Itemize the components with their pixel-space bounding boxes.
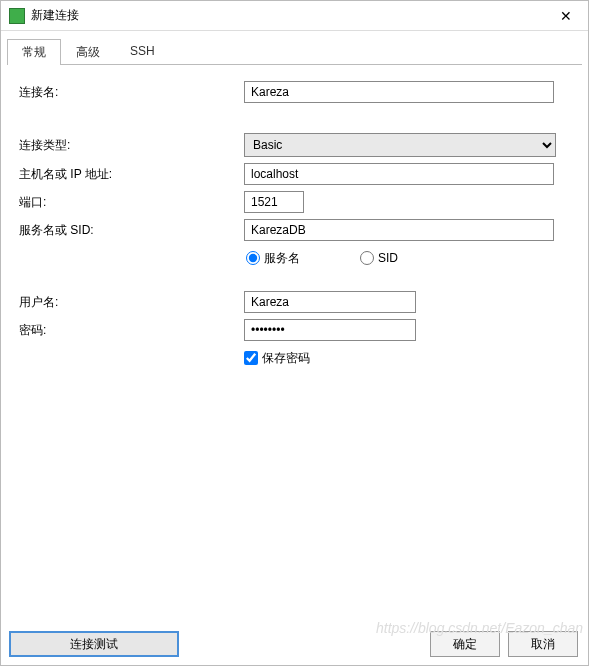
radio-sid-input[interactable]	[360, 251, 374, 265]
input-conn-name[interactable]	[244, 81, 554, 103]
radio-service[interactable]: 服务名	[246, 250, 300, 267]
tab-ssh[interactable]: SSH	[115, 39, 170, 65]
label-service-sid: 服务名或 SID:	[19, 222, 244, 239]
cancel-button[interactable]: 取消	[508, 631, 578, 657]
app-icon	[9, 8, 25, 24]
titlebar: 新建连接 ✕	[1, 1, 588, 31]
window-title: 新建连接	[31, 7, 544, 24]
close-icon[interactable]: ✕	[544, 1, 588, 31]
label-port: 端口:	[19, 194, 244, 211]
ok-button[interactable]: 确定	[430, 631, 500, 657]
checkbox-save-password-label: 保存密码	[262, 350, 310, 367]
tab-advanced[interactable]: 高级	[61, 39, 115, 65]
label-conn-type: 连接类型:	[19, 137, 244, 154]
label-password: 密码:	[19, 322, 244, 339]
radio-sid[interactable]: SID	[360, 251, 398, 265]
input-service-sid[interactable]	[244, 219, 554, 241]
checkbox-save-password-input[interactable]	[244, 351, 258, 365]
input-password[interactable]	[244, 319, 416, 341]
label-host: 主机名或 IP 地址:	[19, 166, 244, 183]
input-port[interactable]	[244, 191, 304, 213]
input-host[interactable]	[244, 163, 554, 185]
input-user[interactable]	[244, 291, 416, 313]
footer: 连接测试 确定 取消	[1, 625, 588, 665]
select-conn-type[interactable]: Basic	[244, 133, 556, 157]
radio-service-label: 服务名	[264, 250, 300, 267]
checkbox-save-password[interactable]: 保存密码	[244, 350, 310, 367]
label-conn-name: 连接名:	[19, 84, 244, 101]
form-panel: 连接名: 连接类型: Basic 主机名或 IP 地址: 端口: 服务名或 SI…	[1, 65, 588, 625]
tab-bar: 常规 高级 SSH	[1, 31, 588, 65]
radio-service-input[interactable]	[246, 251, 260, 265]
tab-general[interactable]: 常规	[7, 39, 61, 65]
label-user: 用户名:	[19, 294, 244, 311]
radio-sid-label: SID	[378, 251, 398, 265]
test-connection-button[interactable]: 连接测试	[9, 631, 179, 657]
